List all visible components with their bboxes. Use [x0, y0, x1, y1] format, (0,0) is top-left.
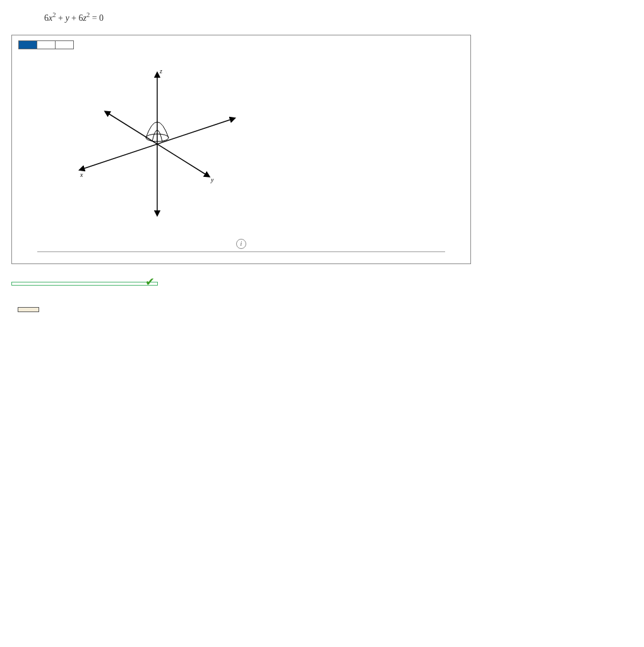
main-equation: 6x2 + y + 6z2 = 0: [44, 11, 633, 23]
surface-choices: [11, 282, 158, 286]
info-icon[interactable]: i: [236, 239, 246, 249]
svg-text:y: y: [210, 176, 214, 183]
svg-text:x: x: [80, 171, 83, 178]
svg-text:z: z: [159, 68, 162, 75]
graph-divider: [37, 251, 445, 252]
read-it-button[interactable]: [18, 307, 39, 312]
graph-tabs: [12, 35, 470, 49]
update-graph-tab[interactable]: [18, 40, 37, 49]
response-description-tab[interactable]: [56, 40, 74, 49]
graph-panel: z y x i: [11, 35, 471, 264]
student-response-tab[interactable]: [37, 40, 56, 49]
graph-3d-axes: z y x: [44, 56, 271, 233]
choices-correct-icon: [145, 275, 155, 289]
